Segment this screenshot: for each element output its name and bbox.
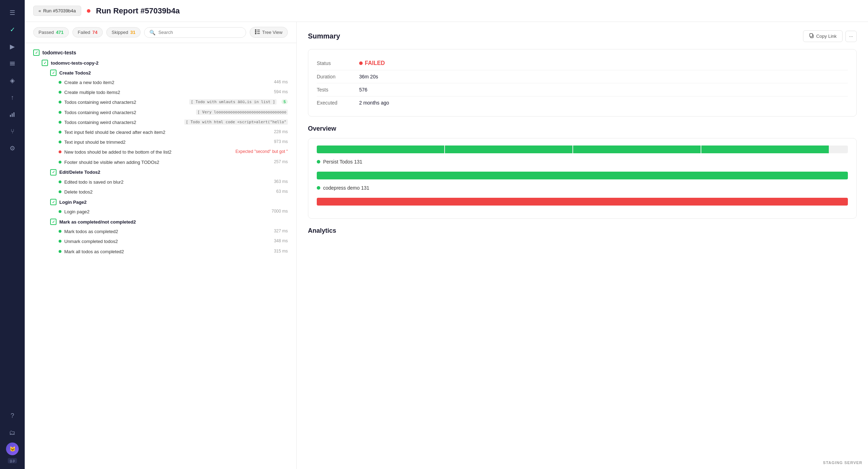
login-page2-label: Login Page2 <box>59 200 87 205</box>
mark-tests: Mark todos as completed2 327 ms Unmark c… <box>47 227 291 257</box>
passed-filter-button[interactable]: Passed 471 <box>33 27 69 37</box>
chart-icon[interactable] <box>5 107 19 121</box>
overview-title: Overview <box>308 125 857 132</box>
skipped-filter-button[interactable]: Skipped 31 <box>106 27 141 37</box>
root-suite-row[interactable]: ✓ todomvc-tests <box>30 47 291 58</box>
list-item[interactable]: Todos containing weird characters2 [ Tod… <box>56 97 291 107</box>
overview-chart: Persist Todos 131 codepress demo 131 <box>308 138 857 219</box>
svg-rect-11 <box>257 33 260 34</box>
failed-filter-button[interactable]: Failed 74 <box>72 27 103 37</box>
list-item[interactable]: Todos containing weird characters2 [ Ver… <box>56 108 291 118</box>
copy-link-button[interactable]: Copy Link <box>803 30 843 42</box>
test-name: Delete todos2 <box>64 189 269 195</box>
test-duration: 257 ms <box>270 159 288 164</box>
more-button[interactable]: ··· <box>845 31 857 42</box>
login-tests: Login page2 7000 ms <box>47 207 291 217</box>
failed-count: 74 <box>93 30 97 35</box>
left-panel: Passed 471 Failed 74 Skipped 31 🔍 <box>25 22 297 469</box>
test-name: Create a new todo item2 <box>64 79 267 86</box>
list-item[interactable]: Footer should be visible when adding TOD… <box>56 158 291 167</box>
test-name: Text input field should be cleared after… <box>64 129 267 136</box>
login-page2-checkbox: ✓ <box>50 199 57 205</box>
list-item[interactable]: Mark todos as completed2 327 ms <box>56 227 291 237</box>
test-status-dot <box>59 121 61 124</box>
help-icon[interactable]: ? <box>5 409 19 423</box>
header-status-dot <box>87 9 90 13</box>
test-name: Todos containing weird characters2 <box>64 109 191 116</box>
edit-delete-todos2-row[interactable]: ✓ Edit/Delete Todos2 <box>47 167 291 177</box>
login-page2-row[interactable]: ✓ Login Page2 <box>47 197 291 207</box>
test-tag: [ Very loooooooooooooooooooooooooooooo <box>196 109 288 115</box>
summary-card: Status FAILED Duration 36m 20s Tests 576… <box>308 49 857 117</box>
test-status-dot <box>59 190 61 193</box>
test-status-dot <box>59 180 61 183</box>
edit-delete-tests: Edited todo is saved on blur2 363 ms Del… <box>47 177 291 197</box>
duration-value: 36m 20s <box>359 74 378 79</box>
mark-completed-row[interactable]: ✓ Mark as completed/not completed2 <box>47 217 291 227</box>
list-item[interactable]: Mark all todos as completed2 315 ms <box>56 247 291 257</box>
list-icon[interactable] <box>5 57 19 71</box>
test-status-dot <box>59 131 61 133</box>
chart-bar-row-2 <box>317 172 848 179</box>
menu-icon[interactable]: ☰ <box>5 6 19 20</box>
content-area: Passed 471 Failed 74 Skipped 31 🔍 <box>25 22 868 469</box>
chart-dot-1 <box>317 160 320 164</box>
settings-icon[interactable]: ⚙ <box>5 141 19 155</box>
svg-rect-6 <box>255 29 256 31</box>
bar-segment <box>317 172 848 179</box>
bar-segment <box>445 146 572 153</box>
sub-suite-copy2: ✓ todomvc-tests-copy-2 ✓ Create Todos2 <box>30 58 291 257</box>
svg-rect-8 <box>255 33 256 34</box>
list-item[interactable]: Unmark completed todos2 348 ms <box>56 237 291 247</box>
test-name: Create multiple todo items2 <box>64 89 267 96</box>
folder-icon[interactable]: 🗂 <box>5 426 19 440</box>
executed-value: 2 months ago <box>359 100 389 106</box>
list-item[interactable]: Edited todo is saved on blur2 363 ms <box>56 177 291 187</box>
summary-title: Summary <box>308 32 340 40</box>
status-value: FAILED <box>359 60 385 66</box>
root-suite-checkbox: ✓ <box>33 49 40 56</box>
tree-view-button[interactable]: Tree View <box>250 27 288 38</box>
branch-icon[interactable]: ⑂ <box>5 124 19 138</box>
list-item[interactable]: Todos containing weird characters2 [ Tod… <box>56 118 291 127</box>
summary-header: Summary Copy Link ··· <box>308 30 857 42</box>
tree-icon <box>255 29 260 35</box>
back-arrow-icon: « <box>38 8 41 13</box>
svg-rect-1 <box>10 63 15 64</box>
check-icon[interactable]: ✓ <box>5 23 19 37</box>
tests-value: 576 <box>359 87 367 93</box>
create-todos2-row[interactable]: ✓ Create Todos2 <box>47 68 291 78</box>
status-row: Status FAILED <box>317 57 848 70</box>
test-name: Mark todos as completed2 <box>64 228 267 235</box>
list-item[interactable]: Text input field should be cleared after… <box>56 127 291 137</box>
list-item[interactable]: Create a new todo item2 446 ms <box>56 78 291 88</box>
chart-bar-2 <box>317 172 848 179</box>
layers-icon[interactable]: ◈ <box>5 73 19 88</box>
play-icon[interactable]: ▶ <box>5 40 19 54</box>
list-item[interactable]: Text input should be trimmed2 973 ms <box>56 137 291 147</box>
list-item[interactable]: Login page2 7000 ms <box>56 207 291 217</box>
back-button[interactable]: « Run #57039b4a <box>33 6 81 16</box>
passed-count: 471 <box>56 30 64 35</box>
page-title: Run Report #57039b4a <box>96 6 180 16</box>
list-item[interactable]: Create multiple todo items2 594 ms <box>56 88 291 97</box>
svg-rect-0 <box>10 62 15 63</box>
chart-label-text-2: codepress demo 131 <box>323 185 369 191</box>
test-tag: [ Todo with umlauts äöü,is in list ] <box>189 99 276 105</box>
create-todos2-suite: ✓ Create Todos2 Create a new todo item2 … <box>39 68 291 167</box>
sub-suite-copy2-row[interactable]: ✓ todomvc-tests-copy-2 <box>39 58 291 68</box>
right-panel: Summary Copy Link ··· Status <box>297 22 868 469</box>
list-item[interactable]: Delete todos2 63 ms <box>56 187 291 197</box>
test-status-dot <box>59 210 61 213</box>
analytics-title: Analytics <box>308 227 857 234</box>
list-item[interactable]: New todos should be added to the bottom … <box>56 147 291 157</box>
header: « Run #57039b4a Run Report #57039b4a <box>25 0 868 22</box>
search-input[interactable] <box>158 30 241 35</box>
test-error: Expected "second" but got " <box>236 149 288 154</box>
test-status-dot <box>59 250 61 253</box>
upload-icon[interactable]: ↑ <box>5 90 19 105</box>
duration-row: Duration 36m 20s <box>317 70 848 83</box>
copy-link-label: Copy Link <box>816 34 837 39</box>
test-duration: 363 ms <box>270 179 288 184</box>
mark-completed-suite: ✓ Mark as completed/not completed2 Mark … <box>39 217 291 257</box>
